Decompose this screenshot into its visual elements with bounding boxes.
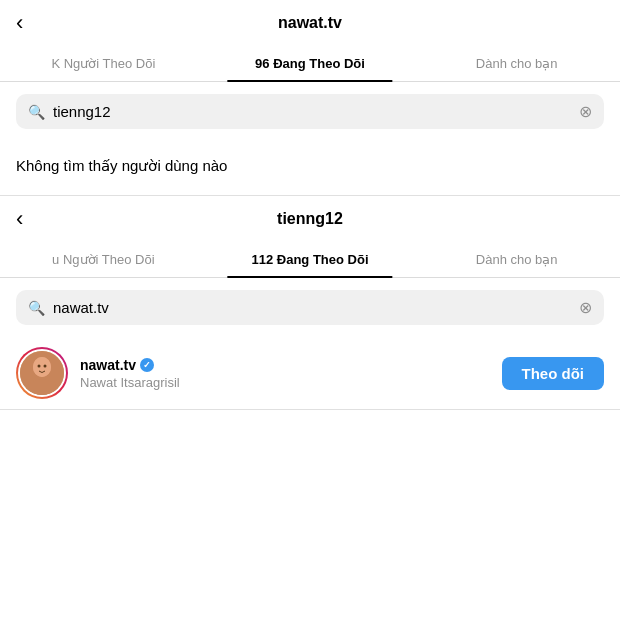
search-icon-panel2: 🔍 — [28, 300, 45, 316]
tabs-panel2: u Người Theo Dõi 112 Đang Theo Dõi Dành … — [0, 242, 620, 278]
tab-suggested-panel2[interactable]: Dành cho bạn — [413, 242, 620, 277]
user-row-nawat: nawat.tv ✓ Nawat Itsaragrisil Theo dõi — [0, 337, 620, 409]
panel-tienng12: ‹ tienng12 u Người Theo Dõi 112 Đang The… — [0, 196, 620, 410]
tab-following-panel2[interactable]: 112 Đang Theo Dõi — [207, 242, 414, 277]
header-panel1: ‹ nawat.tv — [0, 0, 620, 46]
svg-point-5 — [44, 365, 47, 368]
follow-button[interactable]: Theo dõi — [502, 357, 605, 390]
search-bar-panel1: 🔍 tienng12 ⊗ — [16, 94, 604, 129]
user-name-row: nawat.tv ✓ — [80, 357, 490, 373]
header-panel2: ‹ tienng12 — [0, 196, 620, 242]
search-clear-panel1[interactable]: ⊗ — [579, 102, 592, 121]
back-button-panel1[interactable]: ‹ — [16, 10, 23, 36]
svg-point-3 — [33, 357, 51, 377]
search-bar-panel2: 🔍 nawat.tv ⊗ — [16, 290, 604, 325]
user-fullname: Nawat Itsaragrisil — [80, 375, 490, 390]
verified-badge: ✓ — [140, 358, 154, 372]
svg-point-4 — [38, 365, 41, 368]
search-icon-panel1: 🔍 — [28, 104, 45, 120]
search-value-panel1[interactable]: tienng12 — [53, 103, 571, 120]
header-title-panel2: tienng12 — [277, 210, 343, 228]
avatar — [18, 349, 66, 397]
tabs-panel1: K Người Theo Dõi 96 Đang Theo Dõi Dành c… — [0, 46, 620, 82]
back-button-panel2[interactable]: ‹ — [16, 206, 23, 232]
header-title-panel1: nawat.tv — [278, 14, 342, 32]
username-text: nawat.tv — [80, 357, 136, 373]
tab-followers-panel2[interactable]: u Người Theo Dõi — [0, 242, 207, 277]
search-value-panel2[interactable]: nawat.tv — [53, 299, 571, 316]
no-result-text: Không tìm thấy người dùng nào — [0, 141, 620, 195]
search-clear-panel2[interactable]: ⊗ — [579, 298, 592, 317]
tab-followers-panel1[interactable]: K Người Theo Dõi — [0, 46, 207, 81]
tab-following-panel1[interactable]: 96 Đang Theo Dõi — [207, 46, 414, 81]
panel-nawat: ‹ nawat.tv K Người Theo Dõi 96 Đang Theo… — [0, 0, 620, 196]
tab-suggested-panel1[interactable]: Dành cho bạn — [413, 46, 620, 81]
avatar-wrap — [16, 347, 68, 399]
user-info: nawat.tv ✓ Nawat Itsaragrisil — [80, 357, 490, 390]
